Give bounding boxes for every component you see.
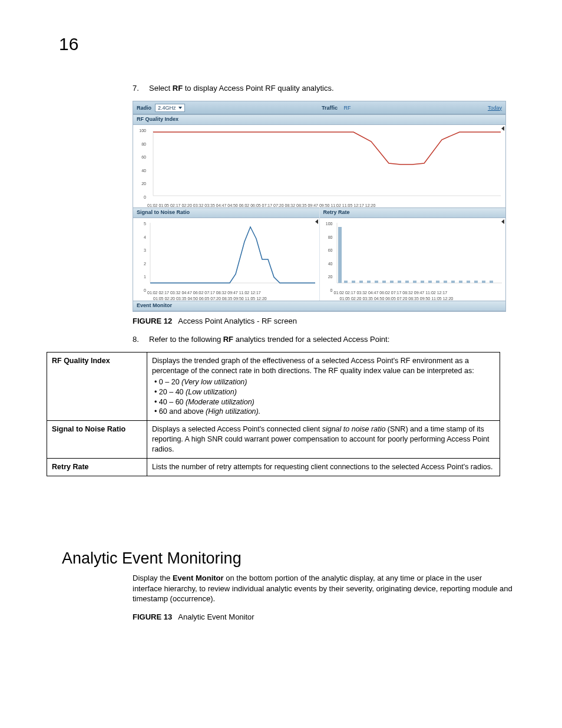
table-row: Retry Rate Lists the number of retry att… (47, 458, 500, 476)
svg-rect-6 (338, 227, 342, 283)
term-rfqi: RF Quality Index (47, 353, 147, 421)
today-link[interactable]: Today (488, 105, 502, 111)
figure-12-caption: FIGURE 12 Access Point Analytics - RF sc… (133, 317, 510, 325)
step-number: 8. (133, 335, 149, 344)
screenshot-toolbar: Radio 2.4GHz Traffic RF Today (133, 101, 505, 114)
step-text: Refer to the following RF analytics tren… (149, 335, 510, 344)
svg-rect-11 (375, 281, 378, 283)
radio-label: Radio (137, 105, 151, 111)
svg-rect-7 (344, 281, 348, 283)
chart-retry: 100806040200 01:02 02:17 03:32 04:47 06:… (320, 218, 506, 301)
collapse-left-icon[interactable] (315, 219, 318, 224)
def-retry: Lists the number of retry attempts for r… (147, 458, 500, 476)
svg-rect-22 (459, 281, 462, 283)
step-8: 8. Refer to the following RF analytics t… (133, 335, 510, 344)
svg-rect-9 (359, 281, 363, 283)
rf-definitions-table: RF Quality Index Displays the trended gr… (47, 352, 500, 476)
svg-rect-17 (421, 281, 424, 283)
svg-rect-12 (382, 281, 386, 283)
svg-rect-25 (482, 281, 485, 283)
panel-header-rfqi: RF Quality Index (133, 114, 505, 125)
radio-dropdown[interactable]: 2.4GHz (155, 104, 185, 112)
figure-13-caption: FIGURE 13 Analytic Event Monitor (133, 612, 513, 621)
term-retry: Retry Rate (47, 458, 147, 476)
chart-snr: 543210 01:02 02:17 03:32 04:47 06:02 07:… (133, 218, 319, 301)
main-content: 7. Select RF to display Access Point RF … (133, 84, 510, 476)
step-text: Select RF to display Access Point RF qua… (149, 84, 510, 93)
svg-rect-21 (451, 281, 455, 283)
svg-rect-15 (405, 281, 409, 283)
svg-rect-14 (398, 281, 401, 283)
tab-rf[interactable]: RF (344, 105, 351, 111)
x-axis-labels: 01:02 01:05 02:17 02:20 03:32 03:35 04:4… (133, 202, 505, 211)
def-snr: Displays a selected Access Point's conne… (147, 421, 500, 459)
svg-rect-19 (436, 281, 439, 283)
chevron-down-icon (178, 107, 182, 109)
event-monitor-paragraph: Display the Event Monitor on the bottom … (133, 573, 513, 604)
svg-rect-24 (474, 281, 478, 283)
svg-rect-8 (352, 281, 355, 283)
svg-rect-20 (444, 281, 447, 283)
table-row: Signal to Noise Ratio Displays a selecte… (47, 421, 500, 459)
svg-rect-13 (390, 281, 394, 283)
collapse-left-icon[interactable] (501, 219, 504, 224)
svg-rect-16 (413, 281, 416, 283)
svg-rect-10 (367, 281, 371, 283)
def-rfqi: Displays the trended graph of the effect… (147, 353, 500, 421)
rf-screenshot: Radio 2.4GHz Traffic RF Today RF Quality… (133, 101, 506, 312)
table-row: RF Quality Index Displays the trended gr… (47, 353, 500, 421)
step-number: 7. (133, 84, 149, 93)
svg-rect-26 (490, 281, 493, 283)
term-snr: Signal to Noise Ratio (47, 421, 147, 459)
svg-rect-18 (428, 281, 432, 283)
svg-rect-23 (467, 281, 470, 283)
step-7: 7. Select RF to display Access Point RF … (133, 84, 510, 93)
tab-traffic[interactable]: Traffic (322, 105, 338, 111)
collapse-left-icon[interactable] (501, 126, 504, 131)
section-heading: Analytic Event Monitoring (62, 549, 242, 568)
chart-rf-quality: 100806040200 01:02 01:05 02:17 02:20 03:… (133, 125, 505, 207)
page-number: 16 (59, 34, 78, 54)
